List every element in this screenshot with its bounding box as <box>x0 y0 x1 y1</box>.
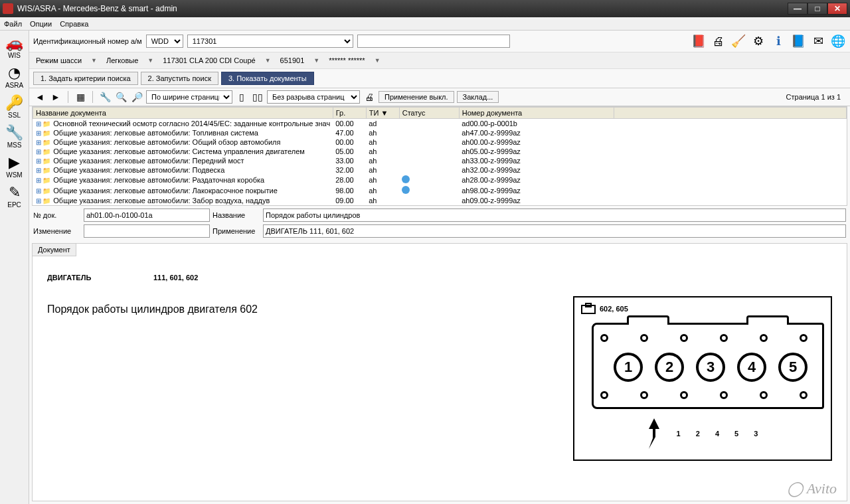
chassis-mode[interactable]: Режим шасси <box>33 55 84 66</box>
engine-symbol-icon <box>581 303 596 315</box>
left-nav: 🚗WIS ◔ASRA 🔑SSL 🔧MSS ▶WSM ✎EPC <box>0 31 29 504</box>
engine-models: 111, 601, 602 <box>153 274 198 282</box>
nav-wis[interactable]: 🚗WIS <box>5 36 23 59</box>
ident-number-select[interactable]: 117301 <box>187 35 353 48</box>
minimize-button[interactable]: — <box>788 3 808 15</box>
ident-label: Идентификационный номер а/м <box>33 37 142 45</box>
page1-icon[interactable]: ▯ <box>235 90 248 104</box>
maximize-button[interactable]: □ <box>808 3 827 15</box>
ident-extra-input[interactable] <box>357 35 510 48</box>
chassis-engine[interactable]: 651901 <box>278 55 307 66</box>
cylinder-4: 4 <box>737 353 766 382</box>
step-criteria[interactable]: 1. Задать критерии поиска <box>33 72 138 85</box>
table-row[interactable]: ⊞ 📁Общие указания: легковые автомобили: … <box>33 128 847 137</box>
table-row[interactable]: ⊞ 📁Общие указания: легковые автомобили: … <box>33 185 847 196</box>
chevron-down-icon: ▼ <box>262 57 274 64</box>
chevron-down-icon: ▼ <box>372 57 383 64</box>
engine-label: ДВИГАТЕЛЬ <box>47 274 153 282</box>
zoom-out-icon[interactable]: 🔍 <box>114 90 128 104</box>
apply-input[interactable] <box>263 224 846 238</box>
doc-toolbar: ◄ ► ▦ 🔧 🔍 🔎 По ширине страницы ▯ ▯▯ Без … <box>29 88 850 106</box>
window-buttons: — □ ✕ <box>788 3 847 15</box>
chevron-down-icon: ▼ <box>145 57 156 64</box>
apply-button[interactable]: Применение выкл. <box>379 91 454 103</box>
table-row[interactable]: ⊞ 📁Общие указания: легковые автомобили: … <box>33 165 847 175</box>
name-label: Название <box>212 211 260 219</box>
menubar: Файл Опции Справка <box>0 17 850 31</box>
doc-table[interactable]: Название документа Гр. ТИ ▼ Статус Номер… <box>32 106 847 206</box>
cylinder-2: 2 <box>655 353 684 382</box>
cylinder-3: 3 <box>696 353 725 382</box>
key-icon: 🔑 <box>5 96 23 110</box>
nav-fwd-icon[interactable]: ► <box>49 90 62 104</box>
zoom-in-icon[interactable]: 🔎 <box>130 90 143 104</box>
chassis-row: Режим шасси▼ Легковые▼ 117301 CLA 200 CD… <box>29 52 850 69</box>
app-icon <box>3 3 13 14</box>
nav-asra[interactable]: ◔ASRA <box>5 66 23 89</box>
doc-tab[interactable]: Документ <box>33 244 76 256</box>
chevron-down-icon: ▼ <box>88 57 100 64</box>
info-icon[interactable]: ℹ <box>770 33 786 49</box>
page-info: Страница 1 из 1 <box>786 93 846 101</box>
nav-back-icon[interactable]: ◄ <box>33 90 46 104</box>
change-input[interactable] <box>84 224 210 238</box>
wrench-icon: 🔧 <box>5 126 23 140</box>
step-search[interactable]: 2. Запустить поиск <box>141 72 218 85</box>
table-row[interactable]: ⊞ 📁Общие указания: легковые автомобили: … <box>33 137 847 147</box>
table-row[interactable]: ⊞ 📁Общие указания: легковые автомобили: … <box>33 156 847 165</box>
erase-icon[interactable]: 🧹 <box>730 33 746 49</box>
car-icon: 🚗 <box>5 36 23 50</box>
docnum-input[interactable] <box>84 209 210 222</box>
table-row[interactable]: ⊞ 📁Основной технический осмотр согласно … <box>33 119 847 129</box>
docnum-label: № док. <box>33 211 81 219</box>
ident-prefix-select[interactable]: WDD <box>146 35 183 48</box>
apply-label: Применение <box>212 227 260 235</box>
arrow-icon <box>641 417 667 450</box>
nav-mss[interactable]: 🔧MSS <box>5 126 23 149</box>
step-documents[interactable]: 3. Показать документы <box>221 72 314 85</box>
globe-icon[interactable]: 🌐 <box>830 33 846 49</box>
menu-options[interactable]: Опции <box>30 20 52 28</box>
book-icon[interactable]: 📘 <box>790 33 806 49</box>
clock-icon: ◔ <box>8 66 21 80</box>
col-doc[interactable]: Номер документа <box>459 108 614 119</box>
break-select[interactable]: Без разрыва страниц <box>267 90 360 104</box>
bookmark-button[interactable]: Заклад... <box>457 91 499 103</box>
menu-help[interactable]: Справка <box>60 20 88 28</box>
page2-icon[interactable]: ▯▯ <box>251 90 264 104</box>
engine-diagram: 602, 605 1 2 3 4 5 <box>573 296 832 461</box>
doc-body: ДВИГАТЕЛЬ111, 601, 602 Порядок работы ци… <box>33 256 847 501</box>
play-icon: ▶ <box>9 155 20 170</box>
nav-epc[interactable]: ✎EPC <box>7 185 21 209</box>
chassis-type[interactable]: Легковые <box>104 55 141 66</box>
settings-icon[interactable]: ⚙ <box>750 33 766 49</box>
window-title: WIS/ASRA - Mercedes-Benz & smart - admin <box>17 4 788 13</box>
col-gr[interactable]: Гр. <box>333 108 366 119</box>
titlebar: WIS/ASRA - Mercedes-Benz & smart - admin… <box>0 0 850 17</box>
mail-icon[interactable]: ✉ <box>810 33 826 49</box>
name-input[interactable] <box>263 209 846 222</box>
col-name[interactable]: Название документа <box>33 108 333 119</box>
cylinder-1: 1 <box>614 353 643 382</box>
change-label: Изменение <box>33 227 81 235</box>
table-row[interactable]: ⊞ 📁Общие указания: легковые автомобили: … <box>33 196 847 205</box>
step-tabs: 1. Задать критерии поиска 2. Запустить п… <box>29 69 850 88</box>
print2-icon[interactable]: 🖨 <box>363 90 376 104</box>
chevron-down-icon: ▼ <box>311 57 322 64</box>
print-icon[interactable]: 🖨 <box>711 33 726 49</box>
chassis-extra[interactable]: ****** ****** <box>326 55 367 66</box>
chassis-model[interactable]: 117301 CLA 200 CDI Coupé <box>160 55 258 66</box>
menu-file[interactable]: Файл <box>4 20 22 28</box>
zoom-select[interactable]: По ширине страницы <box>146 90 232 104</box>
table-row[interactable]: ⊞ 📁Общие указания: легковые автомобили: … <box>33 175 847 185</box>
nav-wsm[interactable]: ▶WSM <box>6 155 22 179</box>
grid-icon[interactable]: ▦ <box>74 90 87 104</box>
close-button[interactable]: ✕ <box>827 3 847 15</box>
tool1-icon[interactable]: 🔧 <box>98 90 112 104</box>
table-row[interactable]: ⊞ 📁Общие указания: легковые автомобили: … <box>33 147 847 156</box>
delete-icon[interactable]: 📕 <box>691 33 707 49</box>
col-ti[interactable]: ТИ ▼ <box>366 108 399 119</box>
watermark: Avito <box>787 480 837 497</box>
col-status[interactable]: Статус <box>399 108 459 119</box>
nav-ssl[interactable]: 🔑SSL <box>5 96 23 119</box>
